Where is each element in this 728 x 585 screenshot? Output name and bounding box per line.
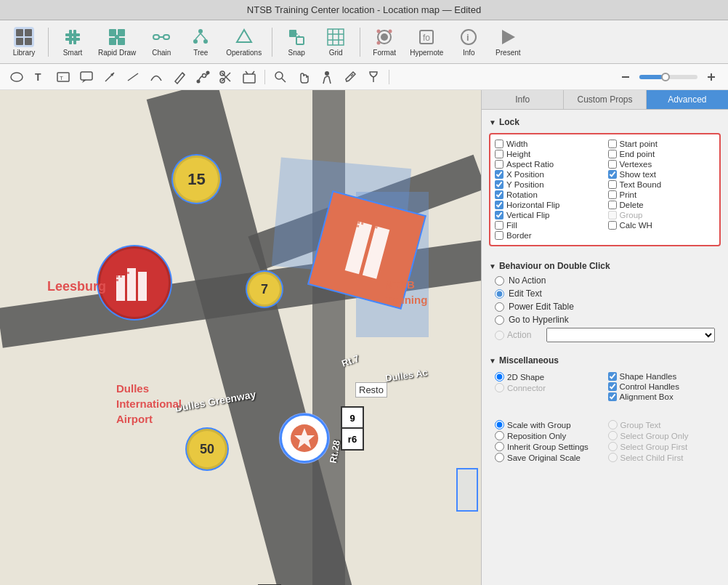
toolbar-present[interactable]: Present [490,24,526,60]
toolbar-format[interactable]: Format [366,24,403,60]
road-label-dulles-ac: Dulles Ac [384,367,428,384]
zoom-slider-fill [639,75,663,79]
svg-rect-7 [73,30,76,44]
check-calc-wh: Calc WH [608,220,716,230]
toolbar-library[interactable]: Library [6,24,42,60]
radio-select-group-only: Select Group Only [608,430,716,441]
chain-label: Chain [152,49,171,57]
eyedropper-tool[interactable] [339,67,361,87]
check-delete: Delete [608,200,716,210]
person-tool[interactable] [316,67,338,87]
paint-tool[interactable] [363,67,384,87]
toolbar-operations[interactable]: Operations [222,24,266,60]
hand-tool[interactable] [293,67,315,87]
lock-box: Width Height Aspect Ratio X Positio [489,133,721,246]
resto-label: Resto [355,382,387,398]
svg-rect-24 [296,37,304,44]
text-box-tool[interactable]: T [52,67,74,87]
radio-select-group-first: Select Group First [608,441,716,452]
radio-2d-shape: 2D Shape [495,371,602,382]
zoom-plus[interactable] [700,67,722,87]
line-tool[interactable] [122,67,144,87]
svg-rect-11 [118,38,125,45]
svg-point-33 [389,30,392,33]
ellipse-tool[interactable] [6,67,28,87]
svg-rect-13 [153,35,159,39]
misc-left: 2D Shape Connector [495,371,602,402]
tab-info[interactable]: Info [482,90,564,109]
snap-label: Snap [288,49,304,57]
smart-icon [62,27,83,47]
radio-reposition: Reposition Only [495,430,602,441]
arrow-tool[interactable] [99,67,121,87]
circle-15: 15 [173,156,220,203]
check-start-point: Start point [608,139,716,149]
check-alignment-box: Alignment Box [608,392,716,402]
radio-no-action: No Action [489,274,721,287]
svg-rect-57 [243,74,255,83]
misc-header[interactable]: ▼ Miscellaneous [489,352,721,368]
text-tool[interactable]: T [29,67,51,87]
radio-hyperlink: Go to Hyperlink [489,313,721,326]
drawing-toolbar: T T [0,64,728,90]
right-panel: Info Custom Props Advanced ▼ Lock [481,90,728,585]
check-height: Height [495,149,602,159]
behaviour-header[interactable]: ▼ Behaviour on Double Click [489,258,721,274]
svg-point-40 [11,73,23,81]
scale-right: Group Text Select Group Only Select Grou… [608,419,716,463]
num-r6: r6 [341,427,364,451]
present-label: Present [496,49,520,57]
svg-point-50 [197,79,201,83]
shape-tool[interactable] [238,67,260,87]
svg-point-62 [325,71,329,76]
curve-tool[interactable] [145,67,167,87]
rapid-draw-label: Rapid Draw [98,49,136,57]
smart-label: Smart [63,49,83,57]
check-border: Border [495,230,602,241]
leesburg-circle [98,246,171,319]
check-shape-handles: Shape Handles [608,371,716,382]
document-title: NTSB Training Center location - Location… [247,4,481,15]
search-tool[interactable] [270,67,291,87]
library-label: Library [13,49,36,57]
toolbar-snap[interactable]: Snap [278,24,315,60]
svg-rect-2 [16,38,23,45]
misc-grid: 2D Shape Connector Shape Handles Control [489,368,721,405]
toolbar-info[interactable]: i Info [450,24,487,60]
svg-point-32 [377,30,381,33]
zoom-minus[interactable] [615,67,636,87]
action-select[interactable] [546,328,715,342]
toolbar-rapid-draw[interactable]: Rapid Draw [94,24,140,60]
zoom-slider-thumb[interactable] [661,73,670,81]
scale-section: Scale with Group Reposition Only Inherit… [482,412,728,470]
lock-header[interactable]: ▼ Lock [489,114,721,130]
tab-advanced[interactable]: Advanced [647,90,728,109]
main-content: 15 7 [0,90,728,585]
comment-tool[interactable] [76,67,97,87]
check-v-flip: Vertical Flip [495,210,602,220]
canvas-area[interactable]: 15 7 [0,90,481,585]
svg-rect-5 [65,38,80,41]
toolbar-chain[interactable]: Chain [143,24,179,60]
radio-save-original: Save Original Scale [495,452,602,463]
pen-tool[interactable] [169,67,190,87]
toolbar-grid[interactable]: Grid [318,24,354,60]
svg-line-48 [128,73,138,81]
toolbar-tree[interactable]: Tree [182,24,219,60]
tab-custom-props[interactable]: Custom Props [564,90,646,109]
svg-rect-44 [81,72,92,80]
check-y-position: Y Position [495,179,602,190]
scissors-tool[interactable] [215,67,237,87]
check-aspect-ratio: Aspect Ratio [495,159,602,169]
svg-point-34 [377,41,381,45]
toolbar-hypernote[interactable]: fo Hypernote [405,24,448,60]
library-icon [14,27,34,47]
toolbar-smart[interactable]: Smart [54,24,91,60]
check-rotation: Rotation [495,190,602,200]
radio-group-text: Group Text [608,419,716,430]
svg-rect-8 [109,29,116,36]
draw-sep-1 [264,70,265,84]
node-tool[interactable] [192,67,214,87]
radio-edit-text: Edit Text [489,287,721,300]
svg-line-20 [201,33,206,39]
